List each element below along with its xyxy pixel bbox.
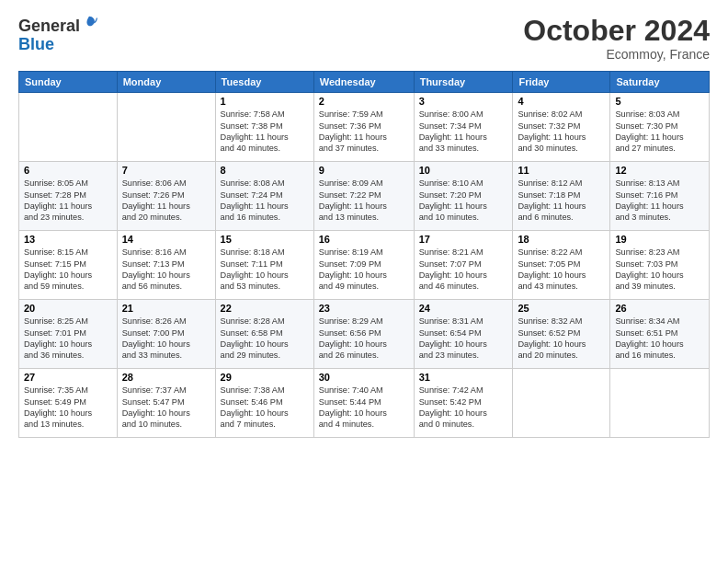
calendar-cell: 31Sunrise: 7:42 AM Sunset: 5:42 PM Dayli…	[414, 369, 513, 438]
calendar-cell: 4Sunrise: 8:02 AM Sunset: 7:32 PM Daylig…	[513, 93, 610, 162]
week-row-4: 20Sunrise: 8:25 AM Sunset: 7:01 PM Dayli…	[19, 300, 710, 369]
day-info: Sunrise: 8:29 AM Sunset: 6:56 PM Dayligh…	[319, 316, 409, 362]
month-title: October 2024	[523, 15, 710, 47]
day-info: Sunrise: 8:21 AM Sunset: 7:07 PM Dayligh…	[419, 247, 508, 293]
calendar-cell: 10Sunrise: 8:10 AM Sunset: 7:20 PM Dayli…	[414, 162, 513, 231]
day-number: 1	[221, 96, 309, 107]
col-header-tuesday: Tuesday	[215, 72, 313, 93]
calendar-cell: 7Sunrise: 8:06 AM Sunset: 7:26 PM Daylig…	[117, 162, 215, 231]
calendar-cell: 5Sunrise: 8:03 AM Sunset: 7:30 PM Daylig…	[610, 93, 710, 162]
calendar-cell: 26Sunrise: 8:34 AM Sunset: 6:51 PM Dayli…	[610, 300, 710, 369]
title-block: October 2024 Ecommoy, France	[523, 15, 710, 62]
day-info: Sunrise: 8:13 AM Sunset: 7:16 PM Dayligh…	[615, 178, 704, 224]
day-info: Sunrise: 7:42 AM Sunset: 5:42 PM Dayligh…	[419, 385, 508, 431]
col-header-wednesday: Wednesday	[313, 72, 414, 93]
day-info: Sunrise: 7:35 AM Sunset: 5:49 PM Dayligh…	[24, 385, 112, 431]
calendar-cell: 23Sunrise: 8:29 AM Sunset: 6:56 PM Dayli…	[313, 300, 414, 369]
day-info: Sunrise: 8:19 AM Sunset: 7:09 PM Dayligh…	[319, 247, 409, 293]
calendar-cell: 12Sunrise: 8:13 AM Sunset: 7:16 PM Dayli…	[610, 162, 710, 231]
day-number: 29	[221, 372, 309, 383]
calendar-cell: 27Sunrise: 7:35 AM Sunset: 5:49 PM Dayli…	[19, 369, 118, 438]
day-info: Sunrise: 8:26 AM Sunset: 7:00 PM Dayligh…	[122, 316, 210, 362]
col-header-sunday: Sunday	[19, 72, 118, 93]
calendar-cell	[117, 93, 215, 162]
day-info: Sunrise: 8:34 AM Sunset: 6:51 PM Dayligh…	[615, 316, 704, 362]
day-number: 10	[419, 165, 508, 176]
day-number: 15	[221, 234, 309, 245]
day-info: Sunrise: 8:18 AM Sunset: 7:11 PM Dayligh…	[221, 247, 309, 293]
day-info: Sunrise: 8:32 AM Sunset: 6:52 PM Dayligh…	[518, 316, 605, 362]
day-info: Sunrise: 8:28 AM Sunset: 6:58 PM Dayligh…	[221, 316, 309, 362]
calendar-cell: 15Sunrise: 8:18 AM Sunset: 7:11 PM Dayli…	[215, 231, 313, 300]
day-info: Sunrise: 7:38 AM Sunset: 5:46 PM Dayligh…	[221, 385, 309, 431]
calendar-cell: 17Sunrise: 8:21 AM Sunset: 7:07 PM Dayli…	[414, 231, 513, 300]
calendar-cell: 24Sunrise: 8:31 AM Sunset: 6:54 PM Dayli…	[414, 300, 513, 369]
day-number: 6	[24, 165, 112, 176]
day-number: 22	[221, 303, 309, 314]
day-number: 13	[24, 234, 112, 245]
day-info: Sunrise: 8:25 AM Sunset: 7:01 PM Dayligh…	[24, 316, 112, 362]
calendar-cell: 9Sunrise: 8:09 AM Sunset: 7:22 PM Daylig…	[313, 162, 414, 231]
logo-blue: Blue	[18, 35, 54, 53]
day-info: Sunrise: 8:12 AM Sunset: 7:18 PM Dayligh…	[518, 178, 605, 224]
day-info: Sunrise: 8:31 AM Sunset: 6:54 PM Dayligh…	[419, 316, 508, 362]
day-number: 7	[122, 165, 210, 176]
calendar-cell: 11Sunrise: 8:12 AM Sunset: 7:18 PM Dayli…	[513, 162, 610, 231]
day-info: Sunrise: 8:16 AM Sunset: 7:13 PM Dayligh…	[122, 247, 210, 293]
day-number: 21	[122, 303, 210, 314]
day-info: Sunrise: 8:10 AM Sunset: 7:20 PM Dayligh…	[419, 178, 508, 224]
week-row-1: 1Sunrise: 7:58 AM Sunset: 7:38 PM Daylig…	[19, 93, 710, 162]
day-number: 9	[319, 165, 409, 176]
day-info: Sunrise: 8:05 AM Sunset: 7:28 PM Dayligh…	[24, 178, 112, 224]
day-number: 14	[122, 234, 210, 245]
calendar-cell: 16Sunrise: 8:19 AM Sunset: 7:09 PM Dayli…	[313, 231, 414, 300]
week-row-3: 13Sunrise: 8:15 AM Sunset: 7:15 PM Dayli…	[19, 231, 710, 300]
week-row-5: 27Sunrise: 7:35 AM Sunset: 5:49 PM Dayli…	[19, 369, 710, 438]
day-info: Sunrise: 8:22 AM Sunset: 7:05 PM Dayligh…	[518, 247, 605, 293]
calendar-cell	[513, 369, 610, 438]
header-row: SundayMondayTuesdayWednesdayThursdayFrid…	[19, 72, 710, 93]
header: General Blue October 2024 Ecommoy, Franc…	[18, 15, 710, 62]
day-number: 16	[319, 234, 409, 245]
day-info: Sunrise: 8:08 AM Sunset: 7:24 PM Dayligh…	[221, 178, 309, 224]
day-number: 4	[518, 96, 605, 107]
day-number: 19	[615, 234, 704, 245]
calendar-cell: 18Sunrise: 8:22 AM Sunset: 7:05 PM Dayli…	[513, 231, 610, 300]
day-number: 5	[615, 96, 704, 107]
day-number: 24	[419, 303, 508, 314]
day-info: Sunrise: 8:06 AM Sunset: 7:26 PM Dayligh…	[122, 178, 210, 224]
week-row-2: 6Sunrise: 8:05 AM Sunset: 7:28 PM Daylig…	[19, 162, 710, 231]
day-number: 11	[518, 165, 605, 176]
calendar-cell: 22Sunrise: 8:28 AM Sunset: 6:58 PM Dayli…	[215, 300, 313, 369]
calendar-cell: 8Sunrise: 8:08 AM Sunset: 7:24 PM Daylig…	[215, 162, 313, 231]
day-number: 8	[221, 165, 309, 176]
calendar-cell: 21Sunrise: 8:26 AM Sunset: 7:00 PM Dayli…	[117, 300, 215, 369]
logo-general: General	[18, 17, 80, 35]
calendar-cell: 13Sunrise: 8:15 AM Sunset: 7:15 PM Dayli…	[19, 231, 118, 300]
day-info: Sunrise: 8:02 AM Sunset: 7:32 PM Dayligh…	[518, 109, 605, 155]
calendar-cell: 2Sunrise: 7:59 AM Sunset: 7:36 PM Daylig…	[313, 93, 414, 162]
day-info: Sunrise: 7:40 AM Sunset: 5:44 PM Dayligh…	[319, 385, 409, 431]
calendar-cell: 6Sunrise: 8:05 AM Sunset: 7:28 PM Daylig…	[19, 162, 118, 231]
col-header-thursday: Thursday	[414, 72, 513, 93]
day-number: 27	[24, 372, 112, 383]
day-info: Sunrise: 7:59 AM Sunset: 7:36 PM Dayligh…	[319, 109, 409, 155]
calendar-cell	[610, 369, 710, 438]
logo: General Blue	[18, 15, 97, 54]
col-header-saturday: Saturday	[610, 72, 710, 93]
calendar-cell: 28Sunrise: 7:37 AM Sunset: 5:47 PM Dayli…	[117, 369, 215, 438]
calendar-cell	[19, 93, 118, 162]
day-number: 31	[419, 372, 508, 383]
day-number: 30	[319, 372, 409, 383]
location: Ecommoy, France	[523, 47, 710, 62]
calendar-cell: 19Sunrise: 8:23 AM Sunset: 7:03 PM Dayli…	[610, 231, 710, 300]
calendar-cell: 3Sunrise: 8:00 AM Sunset: 7:34 PM Daylig…	[414, 93, 513, 162]
day-number: 26	[615, 303, 704, 314]
calendar-cell: 14Sunrise: 8:16 AM Sunset: 7:13 PM Dayli…	[117, 231, 215, 300]
day-number: 20	[24, 303, 112, 314]
day-number: 12	[615, 165, 704, 176]
calendar-cell: 1Sunrise: 7:58 AM Sunset: 7:38 PM Daylig…	[215, 93, 313, 162]
col-header-monday: Monday	[117, 72, 215, 93]
day-number: 17	[419, 234, 508, 245]
day-info: Sunrise: 8:15 AM Sunset: 7:15 PM Dayligh…	[24, 247, 112, 293]
